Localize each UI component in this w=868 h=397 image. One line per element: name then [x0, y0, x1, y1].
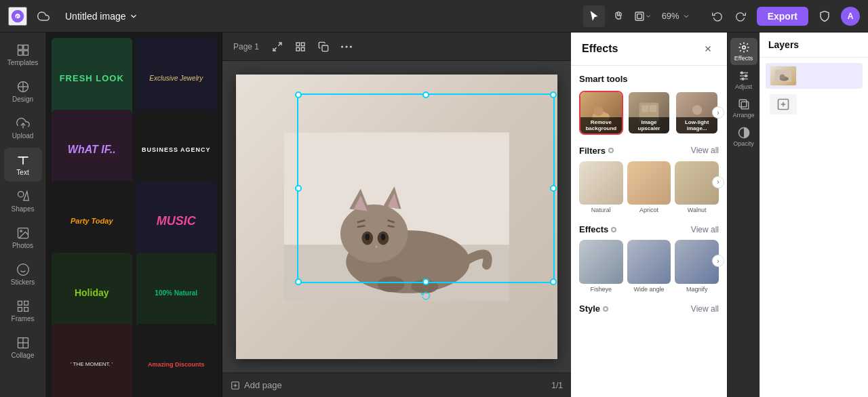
sidebar-item-design[interactable]: Design	[4, 75, 42, 108]
user-avatar[interactable]: A	[841, 7, 860, 26]
collage-icon	[16, 336, 30, 350]
filters-next-button[interactable]: ›	[712, 176, 724, 188]
effects-panel-title: Effects	[582, 43, 618, 55]
svg-rect-20	[24, 308, 28, 312]
filter-walnut[interactable]: Walnut	[675, 161, 719, 214]
sidebar-item-templates[interactable]: Templates	[4, 38, 42, 72]
svg-point-60	[594, 106, 604, 116]
smart-tool-remove-bg[interactable]: Remove background	[579, 91, 623, 135]
sidebar-item-upload[interactable]: Upload	[4, 111, 42, 145]
layer-item-1[interactable]	[766, 63, 863, 89]
svg-rect-4	[23, 45, 28, 50]
template-fresh-look[interactable]: FRESH LOOK	[52, 38, 132, 119]
effect-wide-angle[interactable]: Wide angle	[627, 240, 671, 293]
template-the-moment[interactable]: ' THE MOMENT. '	[52, 324, 132, 397]
svg-line-25	[278, 43, 281, 46]
smart-tool-image-upscaler[interactable]: Image upscaler	[627, 91, 671, 135]
layer-thumb-cat-svg	[775, 70, 791, 82]
rs-arrange-button[interactable]: Arrange	[730, 95, 757, 122]
sidebar-item-stickers[interactable]: Stickers	[4, 257, 42, 291]
topbar-right-actions: Export A	[707, 5, 860, 27]
style-section-row: Style View all	[579, 304, 719, 314]
svg-marker-12	[23, 192, 28, 201]
export-button[interactable]: Export	[757, 7, 808, 26]
template-natural-text: 100% Natural	[155, 289, 197, 297]
hand-tool-button[interactable]	[608, 5, 629, 27]
grid-tool-button[interactable]	[290, 37, 311, 57]
style-view-all-button[interactable]: View all	[691, 304, 719, 314]
effect-magnify[interactable]: Magnify	[675, 240, 719, 293]
template-holiday[interactable]: Holiday	[52, 253, 132, 333]
effects-close-button[interactable]	[700, 41, 716, 57]
svg-point-53	[412, 280, 439, 293]
shapes-label: Shapes	[12, 205, 35, 213]
template-amazing-discounts[interactable]: Amazing Discounts	[136, 324, 217, 397]
rs-opacity-button[interactable]: Opacity	[730, 123, 757, 150]
svg-point-11	[18, 192, 23, 197]
template-what-if[interactable]: WhAT IF..	[52, 110, 132, 190]
template-business-agency[interactable]: BUSINESS AGENCY	[136, 110, 217, 190]
template-100-natural[interactable]: 100% Natural	[136, 253, 217, 333]
upload-label: Upload	[12, 132, 34, 140]
effects-next-button[interactable]: ›	[712, 255, 724, 267]
svg-text:C: C	[16, 14, 20, 20]
svg-rect-2	[637, 14, 642, 18]
templates-icon	[16, 43, 30, 57]
rs-adjust-button[interactable]: Adjust	[730, 66, 757, 93]
template-party-text: Party Today	[71, 217, 113, 225]
frame-tool-button[interactable]	[632, 5, 654, 27]
left-sidebar: Templates Design Upload Text	[0, 33, 46, 397]
rs-effects-button[interactable]: Effects	[730, 38, 757, 65]
redo-button[interactable]	[730, 5, 751, 27]
text-icon	[16, 153, 30, 167]
svg-rect-29	[301, 47, 304, 51]
sidebar-item-shapes[interactable]: Shapes	[4, 184, 42, 218]
svg-point-46	[381, 234, 386, 241]
rs-effects-label: Effects	[734, 55, 753, 62]
filter-apricot[interactable]: Apricot	[627, 161, 671, 214]
add-page-button[interactable]: Add page	[231, 380, 282, 390]
resize-tool-button[interactable]	[267, 37, 288, 57]
template-music[interactable]: MUSIC	[136, 181, 217, 262]
effect-fisheye[interactable]: Fisheye	[579, 240, 623, 293]
layer-item-2[interactable]	[766, 91, 863, 117]
duplicate-tool-button[interactable]	[313, 37, 334, 57]
sidebar-item-frames[interactable]: Frames	[4, 294, 42, 328]
smart-tools-next-button[interactable]: ›	[712, 106, 724, 119]
svg-rect-21	[18, 308, 22, 312]
template-party-today[interactable]: Party Today	[52, 181, 132, 262]
svg-point-71	[745, 75, 747, 77]
sidebar-item-photos[interactable]: Photos	[4, 221, 42, 255]
layer-edit-icon	[776, 98, 790, 111]
effects-view-all-button[interactable]: View all	[691, 225, 719, 234]
rs-opacity-label: Opacity	[733, 140, 754, 147]
svg-point-34	[350, 45, 352, 47]
svg-point-52	[378, 276, 405, 292]
template-exclusive-jewelry[interactable]: Exclusive Jewelry	[136, 38, 217, 119]
effects-body: Smart tools Remove background	[571, 66, 727, 397]
filters-view-all-button[interactable]: View all	[691, 146, 719, 155]
template-fresh-look-text: FRESH LOOK	[60, 73, 124, 83]
more-options-button[interactable]	[336, 37, 357, 57]
cloud-save-button[interactable]	[33, 5, 54, 27]
sidebar-item-collage[interactable]: Collage	[4, 331, 42, 364]
layers-header: Layers	[760, 33, 868, 58]
canva-logo-button[interactable]: C	[8, 7, 27, 26]
svg-rect-19	[24, 301, 28, 306]
svg-point-14	[20, 230, 21, 232]
svg-point-72	[742, 78, 744, 80]
select-tool-button[interactable]	[583, 5, 605, 27]
document-title-button[interactable]: Untitled image	[60, 8, 144, 24]
shield-button[interactable]	[814, 5, 835, 27]
filter-natural[interactable]: Natural	[579, 161, 623, 214]
canvas-scroll[interactable]	[222, 61, 571, 373]
svg-point-38	[340, 205, 408, 263]
zoom-button[interactable]: 69%	[656, 8, 696, 24]
zoom-level: 69%	[662, 11, 679, 21]
lowlight-label: Low-light image...	[676, 117, 717, 133]
undo-button[interactable]	[707, 5, 728, 27]
filters-grid: Natural Apricot Walnut ›	[579, 161, 719, 214]
template-discounts-text: Amazing Discounts	[148, 361, 205, 368]
topbar: C Untitled image	[0, 0, 868, 33]
sidebar-item-text[interactable]: Text	[4, 148, 42, 182]
